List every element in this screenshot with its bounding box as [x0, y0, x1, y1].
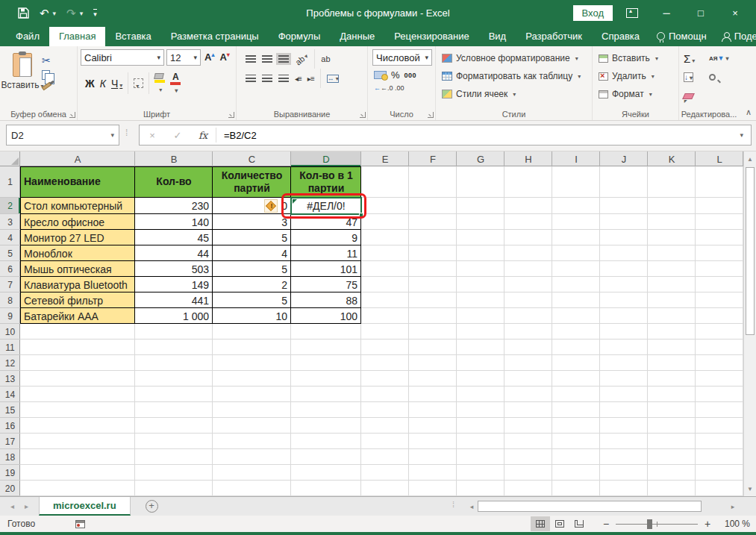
column-header-L[interactable]: L — [696, 151, 743, 166]
fill-color-button[interactable] — [154, 73, 165, 94]
cell-F8[interactable] — [409, 292, 457, 308]
cell-J12[interactable] — [600, 355, 648, 371]
cell-E11[interactable] — [361, 340, 409, 355]
cell-D13[interactable] — [291, 371, 361, 387]
cell-B5[interactable]: 44 — [135, 245, 213, 261]
cell-J15[interactable] — [600, 402, 648, 418]
tab-home[interactable]: Главная — [49, 27, 105, 46]
row-header-4[interactable]: 4 — [0, 230, 20, 245]
cell-G1[interactable] — [457, 166, 504, 198]
find-select-button[interactable] — [709, 74, 716, 81]
cell-E12[interactable] — [361, 355, 409, 371]
cell-B8[interactable]: 441 — [135, 292, 213, 308]
cell-F3[interactable] — [409, 214, 457, 230]
cell-D8[interactable]: 88 — [291, 292, 361, 308]
cut-icon[interactable]: ✂ — [42, 55, 51, 66]
cell-F7[interactable] — [409, 277, 457, 292]
cell-H5[interactable] — [504, 245, 552, 261]
redo-icon[interactable]: ↷ — [66, 7, 76, 19]
align-left-icon[interactable] — [246, 75, 256, 82]
cell-H13[interactable] — [504, 371, 552, 387]
cell-A14[interactable] — [20, 387, 135, 402]
cell-I2[interactable] — [552, 198, 600, 214]
maximize-button[interactable]: □ — [686, 4, 716, 23]
cell-C15[interactable] — [213, 402, 291, 418]
cell-A20[interactable] — [20, 481, 135, 496]
cell-C9[interactable]: 10 — [213, 308, 291, 324]
cell-I4[interactable] — [552, 230, 600, 245]
cell-D9[interactable]: 100 — [291, 308, 361, 324]
cell-D6[interactable]: 101 — [291, 261, 361, 277]
cell-L12[interactable] — [696, 355, 743, 371]
column-header-B[interactable]: B — [135, 151, 213, 166]
cell-J18[interactable] — [600, 449, 648, 465]
cell-K14[interactable] — [648, 387, 696, 402]
cell-L10[interactable] — [696, 324, 743, 340]
increase-decimal-icon[interactable]: ←←.0 .00 — [374, 84, 404, 92]
cell-H18[interactable] — [504, 449, 552, 465]
cell-B4[interactable]: 45 — [135, 230, 213, 245]
insert-cells-button[interactable]: Вставить — [599, 49, 675, 67]
cell-I11[interactable] — [552, 340, 600, 355]
zoom-slider[interactable] — [616, 524, 698, 525]
cell-G7[interactable] — [457, 277, 504, 292]
cell-A10[interactable] — [20, 324, 135, 340]
cell-L18[interactable] — [696, 449, 743, 465]
cell-A18[interactable] — [20, 449, 135, 465]
cell-H2[interactable] — [504, 198, 552, 214]
cell-L6[interactable] — [696, 261, 743, 277]
cell-J1[interactable] — [600, 166, 648, 198]
column-header-D[interactable]: D — [291, 151, 361, 166]
scroll-up-icon[interactable]: ▲ — [744, 151, 756, 166]
cell-J16[interactable] — [600, 418, 648, 434]
cell-E18[interactable] — [361, 449, 409, 465]
zoom-level[interactable]: 100 % — [714, 519, 750, 529]
cell-G14[interactable] — [457, 387, 504, 402]
cell-G9[interactable] — [457, 308, 504, 324]
cell-F4[interactable] — [409, 230, 457, 245]
cell-K3[interactable] — [648, 214, 696, 230]
cell-C20[interactable] — [213, 481, 291, 496]
cell-F15[interactable] — [409, 402, 457, 418]
cell-J5[interactable] — [600, 245, 648, 261]
column-header-F[interactable]: F — [409, 151, 457, 166]
row-header-17[interactable]: 17 — [0, 434, 20, 449]
redo-dropdown-icon[interactable]: ▾ — [80, 10, 84, 17]
row-header-8[interactable]: 8 — [0, 292, 20, 308]
cell-A2[interactable]: Стол компьютерный — [20, 198, 135, 214]
row-header-15[interactable]: 15 — [0, 402, 20, 418]
cell-J7[interactable] — [600, 277, 648, 292]
cell-J8[interactable] — [600, 292, 648, 308]
minimize-button[interactable]: ─ — [652, 4, 681, 23]
cell-L15[interactable] — [696, 402, 743, 418]
cell-G15[interactable] — [457, 402, 504, 418]
tab-developer[interactable]: Разработчик — [516, 27, 592, 46]
row-header-20[interactable]: 20 — [0, 481, 20, 496]
column-header-C[interactable]: C — [213, 151, 291, 166]
sort-filter-button[interactable]: АЯ▼ — [709, 55, 734, 62]
horizontal-scroll-thumb[interactable] — [478, 501, 702, 512]
cell-E16[interactable] — [361, 418, 409, 434]
cell-B12[interactable] — [135, 355, 213, 371]
cell-G18[interactable] — [457, 449, 504, 465]
cell-G4[interactable] — [457, 230, 504, 245]
cell-H4[interactable] — [504, 230, 552, 245]
column-header-J[interactable]: J — [600, 151, 648, 166]
cell-I8[interactable] — [552, 292, 600, 308]
cell-K4[interactable] — [648, 230, 696, 245]
cell-A7[interactable]: Клавиатура Bluetooth — [20, 277, 135, 292]
share-button[interactable]: Поделиться — [714, 27, 756, 46]
cell-J10[interactable] — [600, 324, 648, 340]
align-bottom-icon[interactable] — [278, 55, 289, 63]
tab-data[interactable]: Данные — [330, 27, 384, 46]
cell-C11[interactable] — [213, 340, 291, 355]
cell-J11[interactable] — [600, 340, 648, 355]
row-header-5[interactable]: 5 — [0, 245, 20, 261]
cell-C5[interactable]: 4 — [213, 245, 291, 261]
cell-H15[interactable] — [504, 402, 552, 418]
cell-G17[interactable] — [457, 434, 504, 449]
row-header-9[interactable]: 9 — [0, 308, 20, 324]
format-cells-button[interactable]: Формат — [599, 85, 675, 103]
tab-page-layout[interactable]: Разметка страницы — [161, 27, 269, 46]
shrink-font-button[interactable]: А▾ — [218, 50, 231, 64]
